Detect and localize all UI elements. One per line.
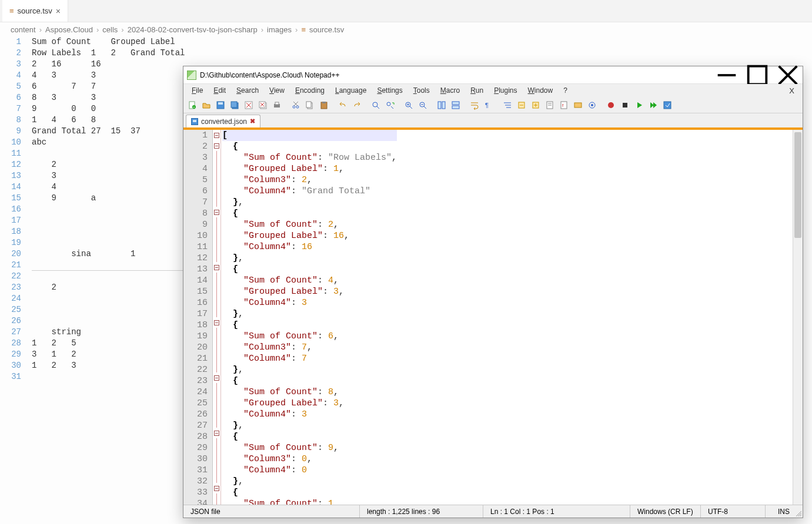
code-line[interactable]: "Column3": 0, <box>222 454 397 465</box>
code-line[interactable]: 3 1 2 <box>32 349 185 360</box>
code-line[interactable] <box>32 371 185 382</box>
maximize-button[interactable] <box>744 66 771 84</box>
minimize-button[interactable] <box>713 66 740 84</box>
fold-toggle-icon[interactable] <box>213 140 221 151</box>
npp-code-area[interactable]: [ { "Sum of Count": "Row Labels", "Group… <box>221 130 397 505</box>
code-line[interactable] <box>32 315 185 327</box>
fold-toggle-icon[interactable] <box>213 130 221 140</box>
code-line[interactable]: }, <box>222 308 397 320</box>
menu-settings[interactable]: Settings <box>372 85 407 96</box>
menu-run[interactable]: Run <box>466 85 488 96</box>
monitor-icon[interactable] <box>586 99 599 112</box>
paste-icon[interactable] <box>318 99 330 112</box>
code-line[interactable] <box>32 260 185 271</box>
close-all-icon[interactable] <box>256 99 269 112</box>
code-line[interactable]: Sum of Count Grouped Label <box>32 36 185 48</box>
close-tab-icon[interactable]: ✖ <box>250 117 255 125</box>
code-line[interactable]: sina 1 <box>32 248 185 260</box>
code-line[interactable]: 3 <box>32 170 185 182</box>
scrollbar-thumb[interactable] <box>794 132 801 238</box>
doc-map-icon[interactable] <box>543 99 556 112</box>
code-line[interactable]: "Grouped Label": 3, <box>222 398 397 409</box>
code-line[interactable]: }, <box>222 420 397 431</box>
code-line[interactable]: "Sum of Count": 4, <box>222 275 397 286</box>
npp-fold-column[interactable] <box>213 130 221 505</box>
fold-toggle-icon[interactable] <box>213 428 221 438</box>
code-line[interactable]: { <box>222 320 397 331</box>
save-icon[interactable] <box>214 99 227 112</box>
fold-toggle-icon[interactable] <box>213 262 221 273</box>
code-line[interactable]: Grand Total 27 15 37 <box>32 126 185 137</box>
code-line[interactable]: { <box>222 208 397 219</box>
code-line[interactable]: 9 0 0 <box>32 103 185 115</box>
code-line[interactable]: "Sum of Count": 9, <box>222 442 397 454</box>
play-multi-icon[interactable] <box>647 99 660 112</box>
folder-tree-icon[interactable] <box>572 99 584 112</box>
undo-icon[interactable] <box>336 99 349 112</box>
code-line[interactable]: "Column4": 16 <box>222 241 397 253</box>
fold-toggle-icon[interactable] <box>213 372 221 383</box>
vscode-tab-source-tsv[interactable]: ≡ source.tsv × <box>2 0 68 22</box>
zoom-out-icon[interactable] <box>416 99 429 112</box>
code-line[interactable]: "Column3": 7, <box>222 342 397 353</box>
print-icon[interactable] <box>270 99 283 112</box>
code-line[interactable]: 4 <box>32 182 185 193</box>
fold-all-icon[interactable] <box>515 99 528 112</box>
code-line[interactable] <box>32 148 185 159</box>
code-line[interactable]: "Grouped Label": 3, <box>222 286 397 297</box>
menu-[interactable]: ? <box>559 85 572 96</box>
close-window-button[interactable] <box>774 66 801 84</box>
code-line[interactable] <box>32 304 185 315</box>
code-line[interactable]: "Column3": 2, <box>222 174 397 186</box>
code-line[interactable]: { <box>222 431 397 442</box>
sync-h-icon[interactable] <box>449 99 462 112</box>
code-line[interactable]: }, <box>222 476 397 487</box>
code-line[interactable] <box>32 271 185 282</box>
code-line[interactable] <box>32 293 185 304</box>
breadcrumb-segment[interactable]: images <box>267 25 292 34</box>
vscode-code[interactable]: Sum of Count Grouped LabelRow Labels 1 2… <box>32 36 185 382</box>
code-line[interactable]: 9 a <box>32 193 185 204</box>
code-line[interactable] <box>32 215 185 226</box>
replace-icon[interactable] <box>383 99 396 112</box>
npp-filetab-converted-json[interactable]: converted.json ✖ <box>186 115 260 127</box>
code-line[interactable]: abc <box>32 137 185 148</box>
code-line[interactable]: "Grouped Label": 1, <box>222 163 397 174</box>
zoom-in-icon[interactable] <box>402 99 415 112</box>
code-line[interactable]: 2 <box>32 282 185 293</box>
code-line[interactable]: "Column4": 7 <box>222 353 397 364</box>
code-line[interactable]: { <box>222 375 397 387</box>
code-line[interactable]: 4 3 3 <box>32 70 185 81</box>
code-line[interactable]: "Sum of Count": 2, <box>222 219 397 230</box>
sync-v-icon[interactable] <box>435 99 448 112</box>
menu-encoding[interactable]: Encoding <box>290 85 329 96</box>
breadcrumb-segment[interactable]: 2024-08-02-convert-tsv-to-json-csharp <box>128 25 258 34</box>
code-line[interactable]: "Grouped Label": 16, <box>222 230 397 241</box>
fold-toggle-icon[interactable] <box>213 317 221 328</box>
func-list-icon[interactable]: f <box>557 99 570 112</box>
menu-macro[interactable]: Macro <box>436 85 465 96</box>
code-line[interactable]: { <box>222 264 397 275</box>
new-file-icon[interactable]: + <box>186 99 199 112</box>
npp-titlebar[interactable]: D:\Github\content\Aspose.Cloud\ Notepad+… <box>183 66 803 84</box>
code-line[interactable] <box>32 237 185 248</box>
menu-search[interactable]: Search <box>232 85 263 96</box>
code-line[interactable]: 1 2 3 <box>32 360 185 371</box>
close-icon[interactable] <box>242 99 255 112</box>
code-line[interactable]: [ <box>222 130 397 141</box>
vscode-breadcrumbs[interactable]: content›Aspose.Cloud›cells›2024-08-02-co… <box>0 22 812 36</box>
code-line[interactable]: 1 2 5 <box>32 338 185 349</box>
code-line[interactable]: }, <box>222 253 397 264</box>
code-line[interactable]: "Sum of Count": 1, <box>222 498 397 505</box>
code-line[interactable]: { <box>222 141 397 152</box>
menu-window[interactable]: Window <box>523 85 558 96</box>
breadcrumb-segment[interactable]: content <box>11 25 36 34</box>
find-icon[interactable] <box>369 99 382 112</box>
cut-icon[interactable] <box>289 99 302 112</box>
menu-file[interactable]: File <box>187 85 208 96</box>
menu-view[interactable]: View <box>265 85 289 96</box>
fold-toggle-icon[interactable] <box>213 483 221 493</box>
breadcrumb-segment[interactable]: source.tsv <box>309 25 344 34</box>
close-icon[interactable]: × <box>56 6 61 16</box>
menu-edit[interactable]: Edit <box>209 85 230 96</box>
